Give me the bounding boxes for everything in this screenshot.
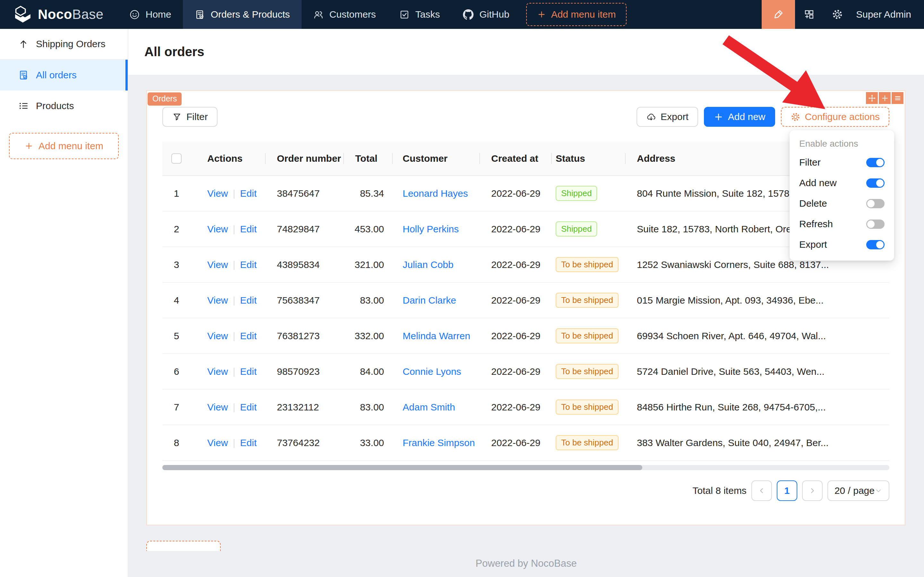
customer-link[interactable]: Holly Perkins xyxy=(402,224,459,234)
filter-funnel-icon xyxy=(172,112,182,122)
edit-link[interactable]: Edit xyxy=(240,295,257,306)
edit-link[interactable]: Edit xyxy=(240,330,257,342)
block-move-button[interactable] xyxy=(866,92,878,104)
row-index: 8 xyxy=(163,437,191,448)
block-designer-toolbar xyxy=(866,92,903,104)
column-header-label: Created at xyxy=(491,153,538,164)
enable-action-item-refresh[interactable]: Refresh xyxy=(790,214,894,234)
chevron-right-icon xyxy=(808,487,816,495)
add-block-button[interactable]: Add block xyxy=(146,541,221,551)
status-cell: To be shipped xyxy=(552,293,626,308)
export-button[interactable]: Export xyxy=(636,107,698,127)
sidebar-item-label: All orders xyxy=(36,69,77,81)
sidebar-add-menu-item-button[interactable]: Add menu item xyxy=(9,133,119,159)
ui-editor-button[interactable] xyxy=(761,0,795,29)
enable-action-item-delete[interactable]: Delete xyxy=(790,193,894,214)
pagination-next-button[interactable] xyxy=(802,480,823,501)
user-menu[interactable]: Super Admin xyxy=(852,0,924,29)
nav-item-customers[interactable]: Customers xyxy=(302,0,388,29)
view-link[interactable]: View xyxy=(207,437,228,448)
toggle-export[interactable] xyxy=(866,240,885,249)
toggle-refresh[interactable] xyxy=(866,219,885,229)
sidebar-add-menu-item-label: Add menu item xyxy=(39,140,103,152)
view-link[interactable]: View xyxy=(207,295,228,306)
table-row: 1View|Edit3847564785.34Leonard Hayes2022… xyxy=(163,176,889,211)
enable-action-item-filter[interactable]: Filter xyxy=(790,152,894,172)
toggle-add-new[interactable] xyxy=(866,179,885,188)
toggle-filter[interactable] xyxy=(866,158,885,167)
customer-link[interactable]: Connie Lyons xyxy=(402,366,461,377)
orders-icon xyxy=(195,9,205,20)
row-index: 2 xyxy=(163,224,191,235)
status-cell: To be shipped xyxy=(552,328,626,343)
view-link[interactable]: View xyxy=(207,330,228,342)
status-badge: To be shipped xyxy=(556,293,618,308)
row-actions: View|Edit xyxy=(191,259,266,270)
select-all-checkbox[interactable] xyxy=(171,153,182,164)
customer-link[interactable]: Leonard Hayes xyxy=(402,188,468,199)
edit-link[interactable]: Edit xyxy=(240,224,257,235)
toggle-delete[interactable] xyxy=(866,199,885,208)
enable-action-item-export[interactable]: Export xyxy=(790,234,894,255)
orders-table: ActionsOrder numberTotalCustomerCreated … xyxy=(163,142,889,461)
settings-button[interactable] xyxy=(823,0,852,29)
status-badge: To be shipped xyxy=(556,400,618,414)
customer-link[interactable]: Melinda Warren xyxy=(402,330,470,341)
plugins-button[interactable] xyxy=(795,0,823,29)
home-icon xyxy=(129,9,140,20)
tasks-icon xyxy=(399,9,410,20)
sidebar-item-products[interactable]: Products xyxy=(0,90,128,121)
status-cell: To be shipped xyxy=(552,435,626,450)
edit-link[interactable]: Edit xyxy=(240,402,257,413)
address-cell: 84856 Hirthe Run, Suite 268, 94754-6705,… xyxy=(626,402,889,413)
view-link[interactable]: View xyxy=(207,402,228,413)
customer-link[interactable]: Julian Cobb xyxy=(402,259,453,270)
edit-link[interactable]: Edit xyxy=(240,188,257,199)
customer-link[interactable]: Adam Smith xyxy=(402,402,455,413)
total-cell: 33.00 xyxy=(344,437,393,448)
view-link[interactable]: View xyxy=(207,188,228,199)
view-link[interactable]: View xyxy=(207,224,228,235)
table-row: 5View|Edit76381273332.00Melinda Warren20… xyxy=(163,318,889,354)
created-at-cell: 2022-06-29 xyxy=(480,224,552,235)
column-header-customer: Customer xyxy=(393,142,480,175)
nav-item-tasks[interactable]: Tasks xyxy=(388,0,452,29)
horizontal-scrollbar-thumb[interactable] xyxy=(163,465,642,470)
block-menu-lines-button[interactable] xyxy=(892,92,903,104)
page-size-select[interactable]: 20 / page xyxy=(827,480,889,501)
nav-item-github[interactable]: GitHub xyxy=(451,0,521,29)
status-badge: To be shipped xyxy=(556,328,618,343)
filter-button[interactable]: Filter xyxy=(163,107,217,127)
gear-icon xyxy=(832,9,843,20)
enable-action-item-add-new[interactable]: Add new xyxy=(790,172,894,193)
nav-item-home[interactable]: Home xyxy=(118,0,183,29)
block-plus-button[interactable] xyxy=(879,92,891,104)
action-divider: | xyxy=(233,330,235,342)
view-link[interactable]: View xyxy=(207,366,228,377)
view-link[interactable]: View xyxy=(207,259,228,270)
sidebar-item-shipping-orders[interactable]: Shipping Orders xyxy=(0,29,128,60)
column-header-order-number: Order number xyxy=(266,142,344,175)
sidebar: Shipping OrdersAll ordersProducts Add me… xyxy=(0,29,128,577)
total-cell: 83.00 xyxy=(344,402,393,413)
page-size-value: 20 / page xyxy=(834,485,874,496)
customer-link[interactable]: Darin Clarke xyxy=(402,295,456,306)
status-cell: Shipped xyxy=(552,186,626,201)
edit-link[interactable]: Edit xyxy=(240,437,257,448)
navbar-add-menu-item-button[interactable]: Add menu item xyxy=(526,3,627,26)
edit-link[interactable]: Edit xyxy=(240,366,257,377)
customer-cell: Holly Perkins xyxy=(393,224,480,235)
add-new-button[interactable]: Add new xyxy=(704,107,775,127)
table-row: 6View|Edit9857092384.00Connie Lyons2022-… xyxy=(163,354,889,390)
edit-link[interactable]: Edit xyxy=(240,259,257,270)
pagination-prev-button[interactable] xyxy=(752,480,772,501)
configure-actions-label: Configure actions xyxy=(805,111,880,122)
address-cell: 015 Margie Mission, Apt. 093, 34936, Ebe… xyxy=(626,295,889,306)
sidebar-item-all-orders[interactable]: All orders xyxy=(0,60,128,90)
created-at-cell: 2022-06-29 xyxy=(480,188,552,199)
nav-item-orders-products[interactable]: Orders & Products xyxy=(183,0,302,29)
configure-actions-button[interactable]: Configure actions xyxy=(781,107,889,127)
status-cell: To be shipped xyxy=(552,257,626,272)
pagination-page-1[interactable]: 1 xyxy=(777,480,797,501)
customer-link[interactable]: Frankie Simpson xyxy=(402,437,475,448)
